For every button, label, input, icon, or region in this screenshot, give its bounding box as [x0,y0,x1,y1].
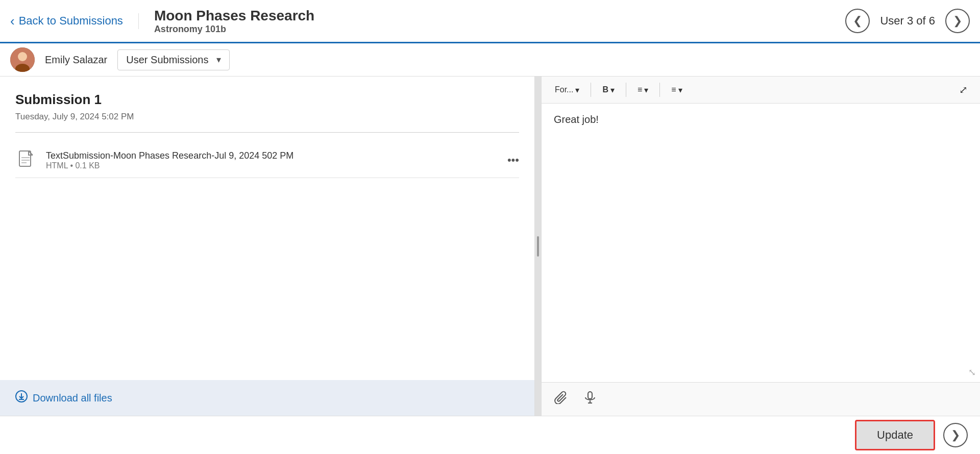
editor-panel: For... ▾ B ▾ ≡ ▾ ≡ ▾ ⤢ Great j [541,77,980,416]
user-bar: Emily Salazar User Submissions ▾ [0,43,980,77]
toolbar-separator-1 [591,83,591,97]
user-submissions-dropdown[interactable]: User Submissions ▾ [117,49,230,70]
bottom-bar: Update ❯ [0,416,980,454]
submission-panel: Submission 1 Tuesday, July 9, 2024 5:02 … [0,77,535,416]
page-subtitle: Astronomy 101b [154,24,846,35]
file-size: 0.1 KB [75,161,100,170]
panel-resizer[interactable] [535,77,541,416]
file-more-button[interactable]: ••• [507,154,519,167]
format-label: For... [555,85,573,94]
top-header: ‹ Back to Submissions Moon Phases Resear… [0,0,980,43]
download-all-label: Download all files [33,392,112,404]
update-button[interactable]: Update [855,420,935,450]
page-title: Moon Phases Research [154,8,846,24]
back-to-submissions-button[interactable]: ‹ Back to Submissions [10,13,139,29]
download-all-files-button[interactable]: Download all files [15,390,519,406]
download-bar: Download all files [0,380,534,416]
mic-icon [583,392,597,407]
file-divider [15,178,519,178]
svg-point-1 [18,52,27,61]
align-button[interactable]: ≡ ▾ [632,82,653,98]
attach-file-button[interactable] [550,389,571,410]
editor-footer [542,382,980,416]
expand-icon: ⤢ [959,84,968,96]
file-document-icon [15,149,38,171]
submission-date: Tuesday, July 9, 2024 5:02 PM [15,112,519,122]
file-row: TextSubmission-Moon Phases Research-Jul … [15,143,519,178]
microphone-button[interactable] [579,389,601,410]
format-dropdown-button[interactable]: For... ▾ [550,82,584,98]
file-name: TextSubmission-Moon Phases Research-Jul … [46,150,499,161]
align-icon: ≡ [638,85,642,94]
file-meta: HTML • 0.1 KB [46,161,499,170]
header-title-section: Moon Phases Research Astronomy 101b [139,8,846,35]
next-bottom-icon: ❯ [951,428,960,442]
divider-handle [537,236,539,257]
next-user-button[interactable]: ❯ [945,9,970,33]
back-arrow-icon: ‹ [10,13,15,29]
user-count: User 3 of 6 [880,14,935,28]
align-chevron-icon: ▾ [644,85,648,95]
expand-button[interactable]: ⤢ [955,82,972,98]
resize-handle-icon: ⤡ [968,367,976,378]
submission-content: Submission 1 Tuesday, July 9, 2024 5:02 … [0,77,534,380]
file-type: HTML [46,161,68,170]
chevron-down-icon: ▾ [216,54,221,65]
editor-area[interactable]: Great job! ⤡ [542,104,980,382]
list-icon: ≡ [671,85,676,94]
file-info: TextSubmission-Moon Phases Research-Jul … [46,150,499,170]
format-chevron-icon: ▾ [575,85,579,95]
header-nav: ❮ User 3 of 6 ❯ [845,9,970,33]
bold-button[interactable]: B ▾ [597,82,620,98]
next-submission-button[interactable]: ❯ [943,423,968,447]
list-button[interactable]: ≡ ▾ [666,82,687,98]
svg-rect-10 [588,392,592,399]
list-chevron-icon: ▾ [678,85,682,95]
file-dot: • [70,161,75,170]
dropdown-label: User Submissions [126,54,208,66]
avatar [10,47,35,72]
back-label: Back to Submissions [19,14,123,28]
editor-content: Great job! [554,114,968,125]
main-content: Submission 1 Tuesday, July 9, 2024 5:02 … [0,77,980,416]
bold-chevron-icon: ▾ [610,85,615,95]
toolbar-separator-3 [659,83,660,97]
editor-toolbar: For... ▾ B ▾ ≡ ▾ ≡ ▾ ⤢ [542,77,980,104]
user-name: Emily Salazar [45,54,107,66]
bold-label: B [602,85,608,94]
submission-title: Submission 1 [15,92,519,108]
divider [15,132,519,133]
prev-user-button[interactable]: ❮ [845,9,870,33]
paperclip-icon [554,392,567,407]
prev-icon: ❮ [853,14,862,28]
download-icon [15,390,28,406]
toolbar-separator-2 [626,83,626,97]
next-icon: ❯ [953,14,962,28]
